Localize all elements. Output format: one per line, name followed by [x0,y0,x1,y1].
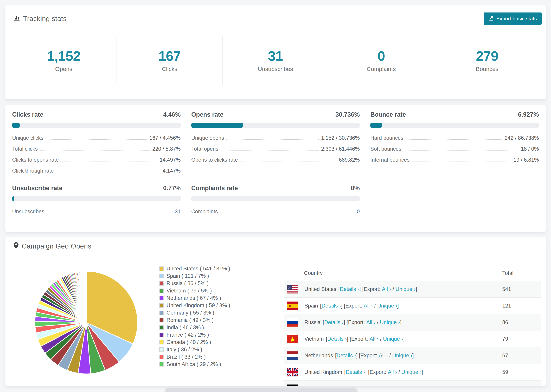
summary-unsubscribes: 31 Unsubscribes [223,36,328,85]
flag-vn-icon [287,335,298,343]
table-row: Spain[Details ›] [Export: All › / Unique… [284,297,541,314]
rate-row: Complaints0 [191,206,360,217]
clicks-rate-progressbar [12,123,181,128]
geo-table-header: Country Total [284,266,541,281]
legend-item[interactable]: Netherlands ( 67 / 4% ) [159,294,230,302]
unsubscribe-rate-panel: Unsubscribe rate0.77% Unsubscribes31 [12,185,181,217]
complaints-value: 0 [377,48,385,64]
export-unique-link[interactable]: Unique › [377,303,397,309]
bounce-rate-title: Bounce rate [370,111,406,118]
country-name: United States [304,286,336,292]
complaints-rate-title: Complaints rate [191,185,238,192]
legend-swatch [159,318,164,322]
legend-item[interactable]: Russia ( 86 / 5% ) [159,280,230,287]
table-row: United Kingdom[Details ›] [Export: All ›… [284,364,541,380]
details-link[interactable]: Details › [324,319,344,325]
tracking-stats-page: Tracking stats Export basic stats 1,152 … [0,0,551,392]
link-punctuation: [ [326,336,327,342]
complaints-rate-value: 0% [351,185,360,192]
export-all-link[interactable]: All › [364,303,373,309]
clicks-rate-value: 4.46% [163,111,181,118]
export-unique-link[interactable]: Unique › [380,319,400,325]
rate-row: Total clicks220 / 5.87% [12,143,181,154]
link-punctuation: [ [323,319,324,325]
details-link[interactable]: Details › [337,352,356,359]
export-unique-link[interactable]: Unique › [383,336,403,342]
legend-label: France ( 42 / 2% ) [167,332,209,338]
link-punctuation: [ [344,369,346,375]
legend-label: South Africa ( 29 / 2% ) [167,361,221,367]
bounces-value: 279 [476,48,498,64]
export-all-link[interactable]: All › [379,352,388,359]
rates-card: Clicks rate4.46% Unique clicks167 / 4.45… [5,105,546,232]
legend-swatch [159,281,164,286]
legend-item[interactable]: India ( 46 / 3% ) [159,324,230,331]
export-unique-link[interactable]: Unique › [396,286,416,292]
flag-de-icon [287,385,298,386]
details-link[interactable]: Details › [322,303,341,309]
export-all-link[interactable]: All › [366,319,375,325]
legend-item[interactable]: Canada ( 40 / 2% ) [159,338,230,346]
export-all-link[interactable]: All › [369,336,379,342]
link-punctuation: ] [Export: [359,286,382,292]
legend-item[interactable]: Romania ( 49 / 3% ) [159,316,230,324]
rate-row: Clicks to opens rate14.497% [12,154,181,165]
clicks-rate-title: Clicks rate [12,111,43,118]
rate-row: Unsubscribes31 [12,206,181,217]
geo-opens-pie-chart[interactable] [34,270,139,375]
details-link[interactable]: Details › [346,369,365,375]
legend-item[interactable]: Spain ( 121 / 7% ) [159,272,230,280]
link-punctuation: ] [Export: [356,352,379,359]
export-unique-link[interactable]: Unique › [392,352,412,359]
legend-item[interactable]: Vietnam ( 79 / 5% ) [159,287,230,294]
opens-rate-progressbar [191,123,360,128]
country-total: 541 [502,286,541,292]
legend-label: Canada ( 40 / 2% ) [167,339,211,345]
page-title: Tracking stats [23,15,67,23]
rate-row: Internal bounces19 / 6.81% [370,154,539,165]
legend-item[interactable]: Italy ( 36 / 2% ) [159,346,230,353]
table-row: Vietnam[Details ›] [Export: All › / Uniq… [284,331,541,347]
total-column-header: Total [502,270,541,276]
link-punctuation: [ [335,352,337,359]
geo-header: Campaign Geo Opens [5,237,546,255]
legend-item[interactable]: France ( 42 / 2% ) [159,331,230,338]
legend-item[interactable]: South Africa ( 29 / 2% ) [159,361,230,368]
link-punctuation: ] [397,303,399,309]
link-punctuation: ] [Export: [365,369,388,375]
country-column-header: Country [284,270,502,276]
legend-item[interactable]: Germany ( 55 / 3% ) [159,309,230,316]
country-name: United Kingdom [304,369,342,375]
details-link[interactable]: Details › [340,286,359,292]
clicks-rate-panel: Clicks rate4.46% Unique clicks167 / 4.45… [12,111,181,176]
campaign-geo-opens-card: Campaign Geo Opens United States ( 541 /… [5,237,546,386]
details-link[interactable]: Details › [327,336,347,342]
summary-stats-box: 1,152 Opens 167 Clicks 31 Unsubscribes 0… [11,35,540,85]
legend-item[interactable]: Brazil ( 33 / 2% ) [159,353,230,361]
country-name: Spain [304,303,318,309]
unsubscribe-rate-value: 0.77% [163,185,181,192]
export-all-link[interactable]: All › [382,286,391,292]
legend-swatch [159,288,164,293]
geo-table: Country Total United States[Details ›] [… [284,266,541,386]
legend-swatch [159,296,164,300]
bounce-rate-progressbar [370,123,539,128]
rate-row: Hard bounces242 / 86.738% [370,133,539,143]
legend-item[interactable]: United Kingdom ( 59 / 3% ) [159,302,230,309]
export-all-link[interactable]: All › [388,369,397,375]
export-basic-stats-button[interactable]: Export basic stats [484,13,542,25]
legend-label: Spain ( 121 / 7% ) [167,273,209,279]
link-punctuation: / [391,286,396,292]
rate-row: Unique clicks167 / 4.456% [12,133,181,143]
country-name: Netherlands [304,352,333,359]
complaints-rate-panel: Complaints rate0% Complaints0 [191,185,360,217]
link-punctuation: ] [422,369,423,375]
unsubscribes-label: Unsubscribes [258,66,293,72]
legend-label: United States ( 541 / 31% ) [167,266,230,272]
rates-grid: Clicks rate4.46% Unique clicks167 / 4.45… [12,111,539,225]
country-total: 79 [502,336,541,342]
export-unique-link[interactable]: Unique › [402,369,422,375]
pie-slice-other[interactable] [86,271,86,322]
legend-item[interactable]: United States ( 541 / 31% ) [159,265,230,272]
link-punctuation: / [373,303,377,309]
